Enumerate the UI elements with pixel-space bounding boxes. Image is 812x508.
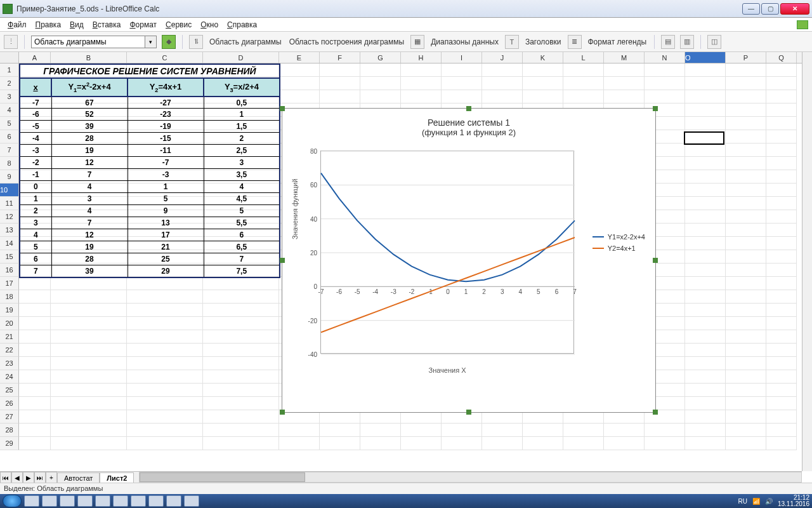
cell[interactable]	[203, 410, 279, 424]
cell[interactable]	[19, 304, 51, 317]
row-header-9[interactable]: 9	[0, 170, 19, 184]
cell[interactable]	[685, 104, 726, 117]
cell[interactable]	[604, 437, 645, 450]
row-header-13[interactable]: 13	[0, 224, 19, 237]
cell[interactable]	[482, 64, 523, 77]
cell[interactable]	[127, 384, 203, 397]
cell[interactable]	[685, 157, 726, 170]
resize-handle[interactable]	[653, 258, 658, 263]
task-icon[interactable]	[77, 495, 93, 507]
cell[interactable]	[442, 77, 482, 90]
titles-icon[interactable]: T	[505, 35, 519, 49]
cell[interactable]	[523, 64, 563, 77]
cell[interactable]	[203, 304, 279, 317]
chart-element-dropdown[interactable]: ▾	[145, 36, 157, 48]
spreadsheet[interactable]: ABCDEFGHIJKLMNOPQ 1234567891011121314151…	[0, 52, 812, 471]
cell[interactable]	[726, 184, 766, 197]
col-header-H[interactable]: H	[401, 52, 442, 63]
cell[interactable]	[685, 197, 726, 210]
row-header-12[interactable]: 12	[0, 210, 19, 224]
cell[interactable]	[279, 437, 320, 450]
cell[interactable]	[685, 277, 726, 290]
row-header-7[interactable]: 7	[0, 144, 19, 157]
row-header-21[interactable]: 21	[0, 330, 19, 344]
cell[interactable]	[685, 304, 726, 317]
data-ranges-button[interactable]: Диапазоны данных	[429, 37, 500, 46]
system-tray[interactable]: RU 📶 🔊 21:12 13.11.2016	[738, 495, 809, 507]
cell[interactable]	[726, 77, 766, 90]
plot-area-button[interactable]: Область построения диаграммы	[288, 37, 406, 46]
col-header-N[interactable]: N	[645, 52, 685, 63]
row-header-20[interactable]: 20	[0, 317, 19, 330]
cell[interactable]	[51, 330, 127, 344]
cell[interactable]	[127, 357, 203, 370]
cell[interactable]	[766, 224, 797, 237]
sheet-tab-Лист2[interactable]: Лист2	[100, 472, 134, 483]
cell[interactable]	[766, 170, 797, 184]
cell[interactable]	[766, 264, 797, 277]
cell[interactable]	[726, 357, 766, 370]
cell[interactable]	[563, 90, 604, 104]
cell[interactable]	[726, 437, 766, 450]
cell[interactable]	[726, 290, 766, 304]
cell[interactable]	[203, 317, 279, 330]
tray-lang[interactable]: RU	[738, 498, 747, 505]
cell[interactable]	[685, 344, 726, 357]
cell[interactable]	[442, 437, 482, 450]
cell[interactable]	[685, 290, 726, 304]
cell[interactable]	[685, 64, 726, 77]
row-header-3[interactable]: 3	[0, 90, 19, 104]
cell[interactable]	[685, 117, 726, 130]
cell[interactable]	[51, 384, 127, 397]
tray-net-icon[interactable]: 📶	[752, 498, 760, 505]
col-header-D[interactable]: D	[203, 52, 279, 63]
menu-Сервис[interactable]: Сервис	[162, 19, 195, 30]
cell[interactable]	[726, 277, 766, 290]
cell[interactable]	[766, 397, 797, 410]
cell[interactable]	[726, 330, 766, 344]
cell[interactable]	[726, 370, 766, 384]
col-header-O[interactable]: O	[685, 52, 726, 63]
cell[interactable]	[685, 224, 726, 237]
cell[interactable]	[726, 90, 766, 104]
row-header-27[interactable]: 27	[0, 410, 19, 424]
cell[interactable]	[19, 384, 51, 397]
cell[interactable]	[726, 304, 766, 317]
col-header-P[interactable]: P	[726, 52, 766, 63]
cell[interactable]	[320, 424, 360, 437]
cell[interactable]	[685, 77, 726, 90]
resize-handle[interactable]	[653, 106, 658, 111]
row-header-2[interactable]: 2	[0, 77, 19, 90]
cell[interactable]	[19, 410, 51, 424]
vertical-scrollbar[interactable]	[802, 52, 812, 471]
row-header-15[interactable]: 15	[0, 250, 19, 264]
format-selection-icon[interactable]: ◆	[162, 35, 176, 49]
cell[interactable]	[19, 277, 51, 290]
row-header-22[interactable]: 22	[0, 344, 19, 357]
cell[interactable]	[604, 424, 645, 437]
cell[interactable]	[726, 344, 766, 357]
cell[interactable]	[203, 437, 279, 450]
cell[interactable]	[604, 77, 645, 90]
cell[interactable]	[203, 357, 279, 370]
cell[interactable]	[360, 90, 401, 104]
cell[interactable]	[360, 437, 401, 450]
row-header-14[interactable]: 14	[0, 237, 19, 250]
col-header-F[interactable]: F	[320, 52, 360, 63]
cell[interactable]	[685, 384, 726, 397]
row-header-25[interactable]: 25	[0, 384, 19, 397]
resize-handle[interactable]	[466, 410, 471, 415]
cell[interactable]	[51, 344, 127, 357]
col-header-A[interactable]: A	[19, 52, 51, 63]
task-icon[interactable]	[184, 495, 199, 507]
cell[interactable]	[203, 290, 279, 304]
cell[interactable]	[360, 424, 401, 437]
cell[interactable]	[726, 384, 766, 397]
cell[interactable]	[51, 277, 127, 290]
row-header-28[interactable]: 28	[0, 424, 19, 437]
cell[interactable]	[766, 424, 797, 437]
cell[interactable]	[726, 264, 766, 277]
cell[interactable]	[685, 144, 726, 157]
task-icon[interactable]	[42, 495, 57, 507]
cell[interactable]	[51, 357, 127, 370]
